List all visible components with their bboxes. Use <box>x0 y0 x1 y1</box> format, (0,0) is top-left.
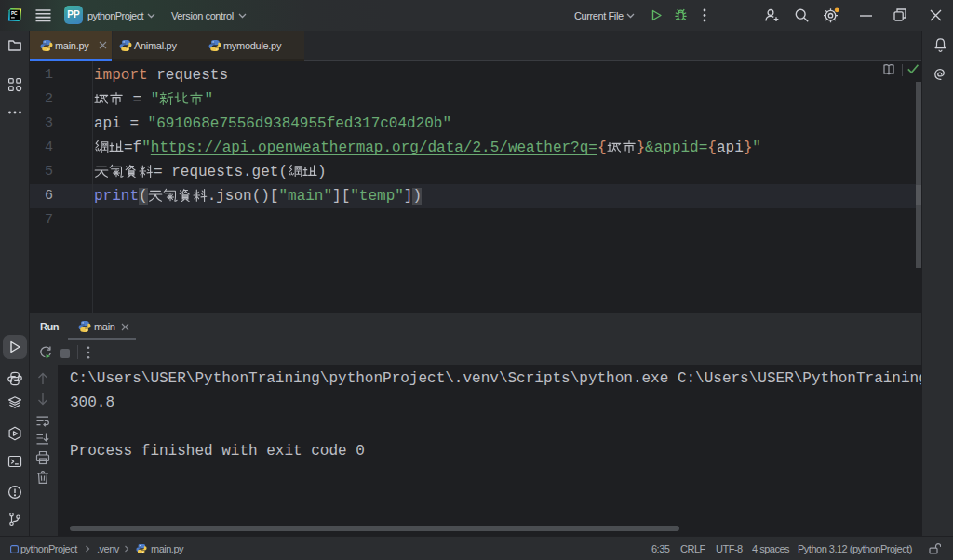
svg-text:PC: PC <box>11 11 18 16</box>
